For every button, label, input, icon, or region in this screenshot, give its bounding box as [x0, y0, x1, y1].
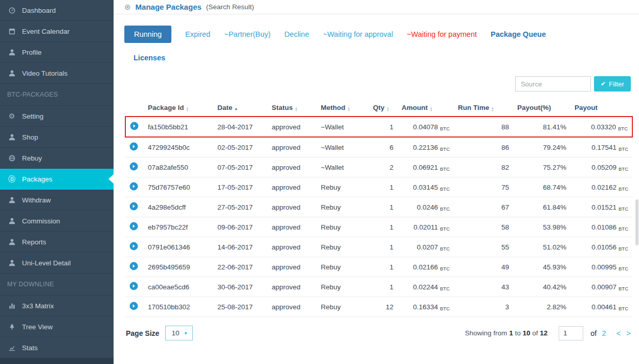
- column-header-date[interactable]: Date▴: [213, 99, 268, 117]
- cell-amount: 0.16334BTC: [398, 297, 454, 317]
- column-label: Date: [217, 104, 232, 111]
- currency-unit: BTC: [440, 186, 450, 192]
- sidebar-item-label: Setting: [22, 112, 43, 120]
- user-icon: [7, 49, 16, 56]
- sidebar-item-uni-level-detail[interactable]: Uni-Level Detail: [0, 253, 114, 274]
- expand-row-icon[interactable]: [129, 202, 138, 211]
- table-header-row: Package Id▴▾Date▴Status▴▾Method▴▾Qty▴▾Am…: [125, 99, 632, 117]
- column-header-run-time[interactable]: Run Time▴▾: [454, 99, 513, 117]
- column-header-amount[interactable]: Amount▴▾: [398, 99, 454, 117]
- page-number-input[interactable]: [559, 326, 583, 340]
- sidebar-item-label: Rebuy: [22, 154, 42, 162]
- expand-row-icon[interactable]: [129, 302, 138, 310]
- cell-date: 27-05-2017: [213, 197, 268, 217]
- expand-row-icon[interactable]: [129, 182, 138, 191]
- cell-method: ~Wallet: [317, 117, 369, 137]
- sidebar-item-label: Commission: [22, 217, 60, 225]
- cell-payout: 0.03320BTC: [570, 117, 632, 137]
- column-header-status[interactable]: Status▴▾: [268, 99, 317, 117]
- table-row: 07a82afe55007-05-2017approved~Wallet20.0…: [125, 157, 632, 177]
- cell-payout-pct: 75.27%: [513, 157, 570, 177]
- tabs: RunningExpired~Partner(Buy)Decline~Waiti…: [124, 26, 632, 66]
- tab-waiting-for-approval[interactable]: ~Waiting for approval: [323, 26, 393, 42]
- pagination: Showing from 1 to 10 of 12 of 2 < >: [465, 326, 631, 340]
- currency-unit: BTC: [440, 206, 450, 212]
- expand-row-icon[interactable]: [130, 122, 139, 130]
- cell-status: approved: [268, 297, 317, 317]
- tab-decline[interactable]: Decline: [284, 26, 309, 42]
- column-header-payout[interactable]: Payout(%): [513, 99, 570, 117]
- table-row: 2695b49565922-06-2017approvedRebuy10.021…: [125, 257, 632, 277]
- cell-run-time: 67: [454, 197, 513, 217]
- cell-amount: 0.04078BTC: [398, 117, 454, 137]
- chart-icon: [7, 344, 16, 352]
- cell-run-time: 82: [454, 157, 513, 177]
- page-title: Manage Packages: [136, 3, 202, 11]
- sidebar-item-label: Packages: [22, 175, 52, 183]
- tab-package-queue[interactable]: Package Queue: [491, 26, 546, 42]
- showing-text: Showing from 1 to 10 of 12: [465, 329, 547, 337]
- sidebar-item-tree-view[interactable]: Tree View: [0, 316, 114, 337]
- sidebar-item-dashboard[interactable]: Dashboard: [0, 0, 114, 21]
- showing-total: 12: [540, 329, 547, 337]
- tab-partner-buy[interactable]: ~Partner(Buy): [224, 26, 271, 42]
- column-header-package-id[interactable]: Package Id▴▾: [144, 99, 213, 117]
- sidebar-partial-item: [0, 358, 114, 364]
- cell-status: approved: [268, 197, 317, 217]
- expand-row-icon[interactable]: [129, 142, 138, 151]
- expand-row-icon[interactable]: [129, 162, 138, 171]
- previous-page-button[interactable]: <: [616, 329, 621, 337]
- sort-icon: ▴▾: [187, 106, 189, 111]
- tab-expired[interactable]: Expired: [185, 26, 210, 42]
- sidebar-item-shop[interactable]: Shop: [0, 127, 114, 148]
- currency-unit: BTC: [440, 146, 450, 152]
- sort-icon: ▴▾: [348, 106, 350, 111]
- next-page-button[interactable]: >: [626, 329, 631, 337]
- sidebar-item-profile[interactable]: Profile: [0, 42, 114, 63]
- expand-row-icon[interactable]: [129, 262, 138, 270]
- sidebar-item-packages[interactable]: ⒷPackages: [0, 169, 114, 190]
- page-size-control: Page Size 10 ▾: [126, 326, 193, 340]
- cell-payout-pct: 68.74%: [513, 177, 570, 197]
- sidebar-item-video-tutorials[interactable]: Video Tutorials: [0, 63, 114, 84]
- column-header-qty[interactable]: Qty▴▾: [369, 99, 398, 117]
- currency-unit: BTC: [440, 266, 450, 271]
- packages-table: Package Id▴▾Date▴Status▴▾Method▴▾Qty▴▾Am…: [125, 99, 633, 317]
- currency-unit: BTC: [440, 226, 450, 232]
- scrollbar[interactable]: [635, 199, 638, 245]
- column-header-payout[interactable]: Payout: [570, 99, 632, 117]
- filter-row: ✔ Filter: [114, 76, 631, 92]
- cell-expand: [125, 257, 144, 277]
- sidebar-item-reports[interactable]: Reports: [0, 232, 114, 253]
- tab-waiting-for-payment[interactable]: ~Waiting for payment: [407, 26, 477, 42]
- column-header-method[interactable]: Method▴▾: [317, 99, 369, 117]
- sidebar-item-withdraw[interactable]: Withdraw: [0, 190, 114, 211]
- sidebar-item-rebuy[interactable]: Rebuy: [0, 148, 114, 169]
- cell-date: 30-06-2017: [213, 277, 268, 297]
- expand-row-icon[interactable]: [129, 242, 138, 251]
- cell-method: Rebuy: [317, 237, 369, 257]
- sidebar-item-setting[interactable]: ⚙Setting: [0, 106, 114, 127]
- expand-row-icon[interactable]: [129, 282, 138, 290]
- tab-licenses[interactable]: Licenses: [134, 50, 165, 66]
- filter-button[interactable]: ✔ Filter: [594, 76, 631, 92]
- cell-expand: [125, 297, 144, 317]
- page-size-select[interactable]: 10 ▾: [165, 326, 193, 340]
- sidebar-item-event-calendar[interactable]: Event Calendar: [0, 21, 114, 42]
- currency-unit: BTC: [619, 226, 628, 232]
- currency-unit: BTC: [619, 166, 628, 172]
- sidebar-item-label: Dashboard: [22, 7, 56, 14]
- sidebar-item-3x3-matrix[interactable]: 3x3 Matrix: [0, 295, 114, 316]
- cell-package-id: 0791e061346: [144, 237, 213, 257]
- sidebar-item-stats[interactable]: Stats: [0, 337, 114, 358]
- expand-row-icon[interactable]: [129, 222, 138, 231]
- cell-date: 02-05-2017: [213, 137, 268, 157]
- currency-unit: BTC: [440, 126, 450, 131]
- tab-running[interactable]: Running: [124, 26, 171, 43]
- source-input[interactable]: [515, 76, 591, 92]
- cell-run-time: 43: [454, 277, 513, 297]
- cell-package-id: 2695b495659: [144, 257, 213, 277]
- table-row: eb7957bc22f09-06-2017approvedRebuy10.020…: [125, 217, 632, 237]
- cell-status: approved: [268, 277, 317, 297]
- sidebar-item-commission[interactable]: Commission: [0, 211, 114, 232]
